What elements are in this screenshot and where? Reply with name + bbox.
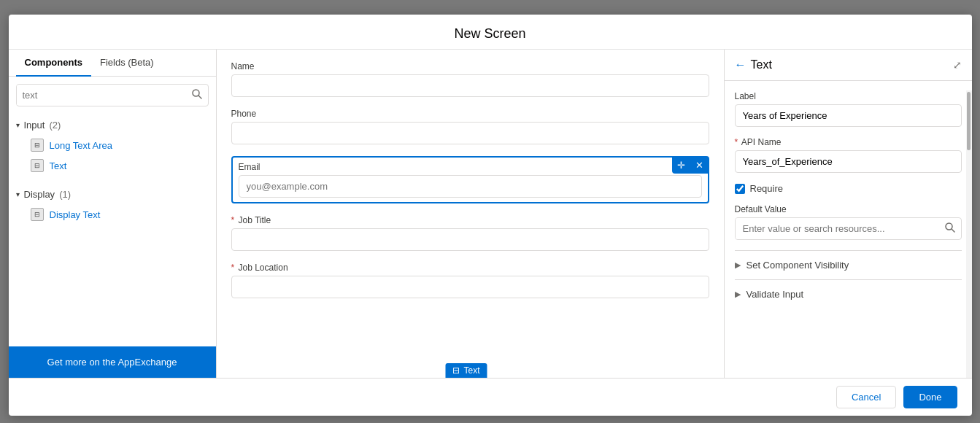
label-field-input[interactable] bbox=[735, 104, 962, 127]
job-title-label: * Job Title bbox=[231, 215, 709, 225]
input-count: (2) bbox=[49, 120, 61, 131]
name-label: Name bbox=[231, 61, 709, 71]
modal-body: Components Fields (Beta) ▾ I bbox=[9, 50, 972, 378]
validate-input-header[interactable]: ▶ Validate Input bbox=[735, 287, 962, 301]
default-value-label: Default Value bbox=[735, 204, 962, 214]
set-visibility-header[interactable]: ▶ Set Component Visibility bbox=[735, 258, 962, 272]
display-text-icon: ⊟ bbox=[31, 208, 44, 221]
api-name-input[interactable] bbox=[735, 150, 962, 173]
modal: New Screen Components Fields (Beta) bbox=[9, 15, 972, 416]
back-icon: ← bbox=[735, 58, 746, 71]
form-field-name: Name bbox=[231, 61, 709, 97]
tab-components[interactable]: Components bbox=[16, 50, 91, 77]
form-field-job-location: * Job Location bbox=[231, 263, 709, 298]
email-label: Email bbox=[239, 162, 702, 172]
chevron-right-icon-validate: ▶ bbox=[735, 290, 741, 299]
right-panel-header: ← Text ⤢ bbox=[725, 50, 972, 81]
input-section-label: Input bbox=[24, 120, 45, 131]
job-title-input[interactable] bbox=[231, 228, 709, 251]
job-title-required-star: * bbox=[231, 215, 235, 225]
search-input[interactable] bbox=[17, 85, 186, 105]
floating-text-badge: ⊟ Text bbox=[445, 363, 487, 378]
phone-input[interactable] bbox=[231, 122, 709, 144]
done-button[interactable]: Done bbox=[903, 386, 957, 408]
tab-fields[interactable]: Fields (Beta) bbox=[91, 50, 163, 77]
search-icon bbox=[192, 89, 202, 99]
default-value-input-wrap bbox=[735, 217, 962, 240]
require-label: Require bbox=[750, 183, 784, 194]
svg-line-1 bbox=[198, 96, 201, 98]
search-box bbox=[16, 84, 209, 106]
form-area: Name Phone bbox=[217, 50, 724, 378]
long-text-area-icon: ⊟ bbox=[31, 139, 44, 152]
set-visibility-label: Set Component Visibility bbox=[746, 260, 849, 271]
chevron-down-icon-display: ▾ bbox=[16, 190, 20, 198]
require-checkbox-row: Require bbox=[735, 183, 962, 194]
set-visibility-section: ▶ Set Component Visibility bbox=[735, 250, 962, 279]
component-item-long-text-area[interactable]: ⊟ Long Text Area bbox=[16, 135, 209, 155]
input-section: ▾ Input (2) ⊟ Long Text Area ⊟ Text bbox=[9, 111, 216, 180]
right-scrollbar bbox=[966, 90, 972, 378]
form-field-phone: Phone bbox=[231, 109, 709, 144]
svg-line-3 bbox=[952, 229, 954, 232]
default-value-field: Default Value bbox=[735, 204, 962, 240]
chevron-down-icon: ▾ bbox=[16, 121, 20, 129]
modal-title: New Screen bbox=[23, 26, 957, 42]
bottom-badge-bar: ⊟ Text bbox=[217, 357, 717, 378]
tabs: Components Fields (Beta) bbox=[9, 50, 216, 77]
component-item-display-text[interactable]: ⊟ Display Text bbox=[16, 204, 209, 225]
right-scroll-thumb bbox=[967, 92, 971, 150]
modal-header: New Screen bbox=[9, 15, 972, 50]
chevron-right-icon-visibility: ▶ bbox=[735, 260, 741, 270]
text-icon: ⊟ bbox=[31, 159, 44, 172]
component-item-text[interactable]: ⊟ Text bbox=[16, 155, 209, 176]
name-input[interactable] bbox=[231, 74, 709, 97]
require-checkbox[interactable] bbox=[735, 184, 745, 194]
move-button[interactable]: ✛ bbox=[672, 157, 690, 174]
api-name-required-star: * bbox=[735, 137, 738, 147]
api-name-field-group: * API Name bbox=[735, 137, 962, 173]
default-value-input[interactable] bbox=[736, 218, 939, 239]
move-icon: ✛ bbox=[677, 160, 685, 171]
form-field-email-selected: ✛ ✕ Email bbox=[231, 156, 709, 203]
default-value-search-button[interactable] bbox=[939, 218, 961, 239]
search-button[interactable] bbox=[186, 85, 208, 106]
field-actions: ✛ ✕ bbox=[672, 157, 709, 174]
delete-button[interactable]: ✕ bbox=[690, 157, 709, 174]
form-field-job-title: * Job Title bbox=[231, 215, 709, 251]
display-count: (1) bbox=[59, 189, 71, 200]
delete-icon: ✕ bbox=[695, 160, 703, 171]
phone-label: Phone bbox=[231, 109, 709, 119]
right-panel-body: Label * API Name bbox=[725, 81, 972, 378]
label-field-label: Label bbox=[735, 91, 962, 101]
display-text-label: Display Text bbox=[50, 209, 101, 220]
job-location-input[interactable] bbox=[231, 276, 709, 298]
search-icon-right bbox=[945, 222, 955, 233]
floating-badge-label: Text bbox=[463, 365, 479, 376]
cancel-button[interactable]: Cancel bbox=[836, 386, 896, 408]
text-label: Text bbox=[50, 160, 67, 171]
validate-input-section: ▶ Validate Input bbox=[735, 279, 962, 308]
display-section-label: Display bbox=[24, 189, 55, 200]
left-panel: Components Fields (Beta) ▾ I bbox=[9, 50, 217, 378]
job-location-label: * Job Location bbox=[231, 263, 709, 273]
job-location-required-star: * bbox=[231, 263, 235, 273]
api-name-label: * API Name bbox=[735, 137, 962, 147]
expand-icon: ⤢ bbox=[953, 59, 962, 71]
display-section: ▾ Display (1) ⊟ Display Text bbox=[9, 180, 216, 229]
right-panel: ← Text ⤢ Label bbox=[724, 50, 972, 378]
back-button[interactable]: ← bbox=[735, 58, 751, 71]
display-section-header[interactable]: ▾ Display (1) bbox=[16, 185, 209, 204]
expand-button[interactable]: ⤢ bbox=[953, 59, 962, 71]
middle-panel: Name Phone bbox=[217, 50, 724, 378]
email-input[interactable] bbox=[239, 175, 702, 198]
long-text-area-label: Long Text Area bbox=[50, 140, 113, 151]
modal-footer: Cancel Done bbox=[9, 378, 972, 416]
input-section-header[interactable]: ▾ Input (2) bbox=[16, 115, 209, 135]
right-panel-title: Text bbox=[751, 58, 953, 71]
modal-overlay: New Screen Components Fields (Beta) bbox=[0, 0, 980, 423]
validate-input-label: Validate Input bbox=[746, 289, 804, 300]
appexchange-button[interactable]: Get more on the AppExchange bbox=[9, 346, 216, 378]
floating-badge-icon: ⊟ bbox=[452, 365, 460, 376]
label-field-group: Label bbox=[735, 91, 962, 127]
